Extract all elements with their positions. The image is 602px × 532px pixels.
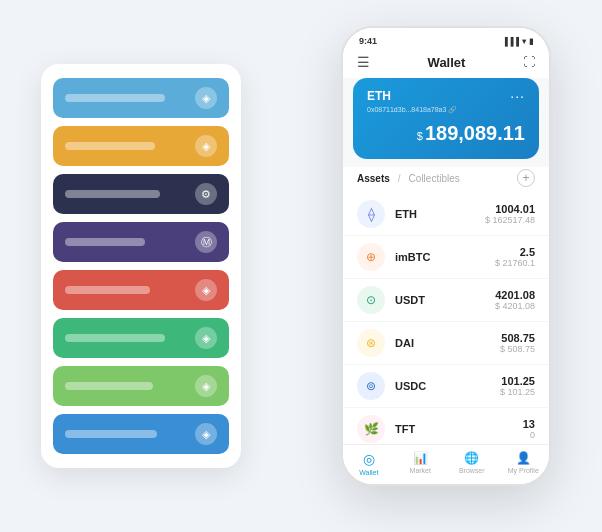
- status-icons: ▐▐▐ ▾ ▮: [502, 37, 533, 46]
- dai-usd: $ 508.75: [500, 344, 535, 354]
- assets-tabs: Assets / Collectibles: [357, 173, 460, 184]
- card-item[interactable]: ⚙: [53, 174, 229, 214]
- asset-name-imbtc: imBTC: [395, 251, 495, 263]
- nav-wallet[interactable]: ◎ Wallet: [343, 451, 395, 476]
- browser-nav-icon: 🌐: [464, 451, 479, 465]
- eth-balance: $189,089.11: [367, 122, 525, 145]
- asset-values-imbtc: 2.5 $ 21760.1: [495, 246, 535, 268]
- eth-icon: ⟠: [357, 200, 385, 228]
- asset-name-tft: TFT: [395, 423, 523, 435]
- eth-label: ETH: [367, 89, 391, 103]
- usdt-icon: ⊙: [357, 286, 385, 314]
- tab-collectibles[interactable]: Collectibles: [409, 173, 460, 184]
- nav-profile-label: My Profile: [508, 467, 539, 474]
- card-item[interactable]: ◈: [53, 414, 229, 454]
- usdc-amount: 101.25: [500, 375, 535, 387]
- asset-values-dai: 508.75 $ 508.75: [500, 332, 535, 354]
- phone-screen: 9:41 ▐▐▐ ▾ ▮ ☰ Wallet ⛶ ETH ··· 0x0871: [343, 28, 549, 484]
- dai-amount: 508.75: [500, 332, 535, 344]
- balance-value: 189,089.11: [425, 122, 525, 144]
- card-item[interactable]: Ⓜ: [53, 222, 229, 262]
- tab-divider: /: [398, 173, 401, 184]
- asset-item-usdc[interactable]: ⊚ USDC 101.25 $ 101.25: [343, 365, 549, 408]
- tft-amount: 13: [523, 418, 535, 430]
- asset-name-usdc: USDC: [395, 380, 500, 392]
- status-time: 9:41: [359, 36, 377, 46]
- asset-values-tft: 13 0: [523, 418, 535, 440]
- usdc-usd: $ 101.25: [500, 387, 535, 397]
- eth-usd: $ 162517.48: [485, 215, 535, 225]
- card-icon: ◈: [195, 135, 217, 157]
- scene: ◈ ◈ ⚙ Ⓜ ◈ ◈ ◈ ◈: [21, 16, 581, 516]
- nav-profile[interactable]: 👤 My Profile: [498, 451, 550, 476]
- asset-item-usdt[interactable]: ⊙ USDT 4201.08 $ 4201.08: [343, 279, 549, 322]
- status-bar: 9:41 ▐▐▐ ▾ ▮: [343, 28, 549, 50]
- eth-amount: 1004.01: [485, 203, 535, 215]
- card-icon: ◈: [195, 327, 217, 349]
- card-bar: [65, 430, 157, 438]
- imbtc-usd: $ 21760.1: [495, 258, 535, 268]
- card-bar: [65, 286, 150, 294]
- currency-symbol: $: [417, 130, 423, 142]
- tft-icon: 🌿: [357, 415, 385, 443]
- battery-icon: ▮: [529, 37, 533, 46]
- card-bar: [65, 238, 145, 246]
- asset-list: ⟠ ETH 1004.01 $ 162517.48 ⊕ imBTC 2.5 $ …: [343, 193, 549, 444]
- add-asset-button[interactable]: +: [517, 169, 535, 187]
- usdc-icon: ⊚: [357, 372, 385, 400]
- wallet-nav-icon: ◎: [363, 451, 375, 467]
- asset-values-eth: 1004.01 $ 162517.48: [485, 203, 535, 225]
- nav-market-label: Market: [410, 467, 431, 474]
- phone-mockup: 9:41 ▐▐▐ ▾ ▮ ☰ Wallet ⛶ ETH ··· 0x0871: [341, 26, 551, 486]
- card-bar: [65, 382, 153, 390]
- card-item[interactable]: ◈: [53, 366, 229, 406]
- scan-icon[interactable]: ⛶: [523, 55, 535, 69]
- nav-browser-label: Browser: [459, 467, 485, 474]
- card-icon: ◈: [195, 87, 217, 109]
- asset-item-dai[interactable]: ⊛ DAI 508.75 $ 508.75: [343, 322, 549, 365]
- card-item[interactable]: ◈: [53, 126, 229, 166]
- nav-browser[interactable]: 🌐 Browser: [446, 451, 498, 476]
- market-nav-icon: 📊: [413, 451, 428, 465]
- usdt-usd: $ 4201.08: [495, 301, 535, 311]
- asset-name-usdt: USDT: [395, 294, 495, 306]
- imbtc-amount: 2.5: [495, 246, 535, 258]
- wifi-icon: ▾: [522, 37, 526, 46]
- card-item[interactable]: ◈: [53, 78, 229, 118]
- dai-icon: ⊛: [357, 329, 385, 357]
- eth-menu-dots[interactable]: ···: [510, 88, 525, 104]
- card-icon: ⚙: [195, 183, 217, 205]
- card-bar: [65, 190, 160, 198]
- tab-assets[interactable]: Assets: [357, 173, 390, 184]
- card-icon: Ⓜ: [195, 231, 217, 253]
- asset-values-usdc: 101.25 $ 101.25: [500, 375, 535, 397]
- asset-name-eth: ETH: [395, 208, 485, 220]
- phone-header: ☰ Wallet ⛶: [343, 50, 549, 78]
- menu-icon[interactable]: ☰: [357, 54, 370, 70]
- card-icon: ◈: [195, 423, 217, 445]
- card-item[interactable]: ◈: [53, 318, 229, 358]
- asset-name-dai: DAI: [395, 337, 500, 349]
- eth-card-top: ETH ···: [367, 88, 525, 104]
- eth-address: 0x08711d3b...8418a78a3 🔗: [367, 106, 525, 114]
- tft-usd: 0: [523, 430, 535, 440]
- nav-wallet-label: Wallet: [359, 469, 378, 476]
- left-panel: ◈ ◈ ⚙ Ⓜ ◈ ◈ ◈ ◈: [41, 64, 241, 468]
- assets-header: Assets / Collectibles +: [343, 167, 549, 193]
- card-icon: ◈: [195, 279, 217, 301]
- imbtc-icon: ⊕: [357, 243, 385, 271]
- usdt-amount: 4201.08: [495, 289, 535, 301]
- asset-values-usdt: 4201.08 $ 4201.08: [495, 289, 535, 311]
- profile-nav-icon: 👤: [516, 451, 531, 465]
- nav-market[interactable]: 📊 Market: [395, 451, 447, 476]
- asset-item-imbtc[interactable]: ⊕ imBTC 2.5 $ 21760.1: [343, 236, 549, 279]
- card-bar: [65, 142, 155, 150]
- card-icon: ◈: [195, 375, 217, 397]
- card-item[interactable]: ◈: [53, 270, 229, 310]
- eth-card[interactable]: ETH ··· 0x08711d3b...8418a78a3 🔗 $189,08…: [353, 78, 539, 159]
- asset-item-tft[interactable]: 🌿 TFT 13 0: [343, 408, 549, 444]
- card-bar: [65, 94, 165, 102]
- asset-item-eth[interactable]: ⟠ ETH 1004.01 $ 162517.48: [343, 193, 549, 236]
- card-bar: [65, 334, 165, 342]
- page-title: Wallet: [428, 55, 466, 70]
